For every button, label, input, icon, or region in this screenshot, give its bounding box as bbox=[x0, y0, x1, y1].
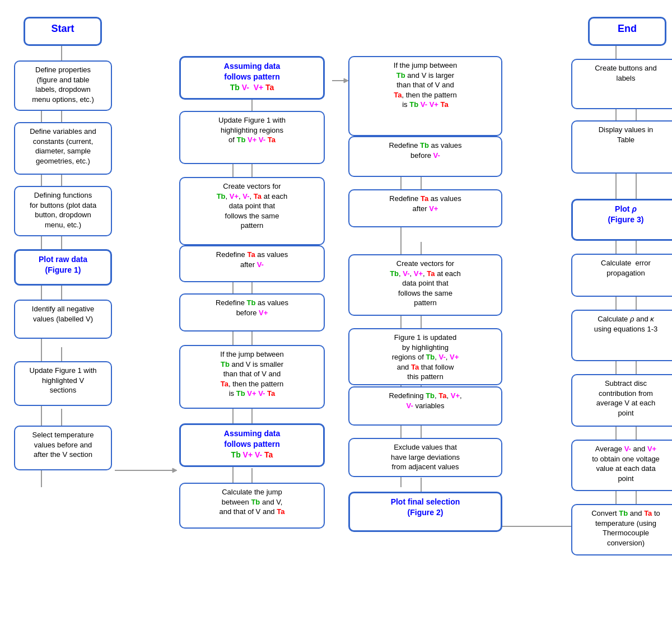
c3-b2-text: Redefine Tb as valuesbefore V- bbox=[389, 141, 461, 160]
end-label: End bbox=[618, 23, 637, 34]
c4-b5-box: Calculate ρ and κusing equations 1-3 bbox=[571, 310, 672, 361]
c2-b5-box: Redefine Tb as valuesbefore V+ bbox=[179, 293, 325, 331]
c2-b3-box: Create vectors forTb, V+, V-, Ta at each… bbox=[179, 177, 325, 245]
c4-b6-text: Subtract disccontribution fromaverage V … bbox=[596, 379, 656, 417]
c3-b4-box: Create vectors forTb, V-, V+, Ta at each… bbox=[348, 254, 502, 316]
c1-b1-box: Define properties(figure and tablelabels… bbox=[14, 60, 112, 111]
c4-plot-rho-box: Plot ρ(Figure 3) bbox=[571, 199, 672, 241]
c2-b4-box: Redefine Ta as valuesafter V- bbox=[179, 245, 325, 282]
c3-plot-final-box: Plot final selection(Figure 2) bbox=[348, 492, 502, 532]
c4-b1-text: Create buttons andlabels bbox=[595, 64, 657, 82]
c1-b6-box: Update Figure 1 withhighlighted Vsection… bbox=[14, 361, 112, 406]
c3-b6-text: Redefining Tb, Ta, V+,V- variables bbox=[389, 391, 461, 410]
c2-pattern2-box: Assuming datafollows pattern Tb V+ V- Ta bbox=[179, 423, 325, 467]
start-label: Start bbox=[51, 23, 74, 34]
c4-b1-box: Create buttons andlabels bbox=[571, 59, 672, 109]
c3-b3-box: Redefine Ta as valuesafter V+ bbox=[348, 189, 502, 227]
start-box: Start bbox=[24, 17, 102, 46]
svg-marker-8 bbox=[172, 468, 177, 473]
c4-b7-box: Average V- and V+to obtain one voltageva… bbox=[571, 440, 672, 491]
c4-b6-box: Subtract disccontribution fromaverage V … bbox=[571, 374, 672, 427]
c3-b3-text: Redefine Ta as valuesafter V+ bbox=[389, 194, 461, 213]
c2-pattern1-text: Assuming datafollows pattern Tb V- V+ Ta bbox=[224, 62, 280, 92]
c1-b3-box: Defining functionsfor buttons (plot data… bbox=[14, 186, 112, 236]
c2-b6-box: If the jump betweenTb and V is smallerth… bbox=[179, 345, 325, 409]
c4-b2-text: Display values inTable bbox=[599, 125, 654, 144]
c1-plot-raw-box: Plot raw data(Figure 1) bbox=[14, 249, 112, 286]
c3-b2-box: Redefine Tb as valuesbefore V- bbox=[348, 136, 502, 177]
flowchart: Start Define properties(figure and table… bbox=[0, 0, 672, 635]
c3-b7-text: Exclude values thathave large deviations… bbox=[391, 443, 460, 471]
c4-b4-text: Calculate errorpropagation bbox=[601, 259, 651, 277]
svg-marker-17 bbox=[344, 78, 348, 83]
c2-pattern1-box: Assuming datafollows pattern Tb V- V+ Ta bbox=[179, 56, 325, 100]
c4-b8-text: Convert Tb and Ta totemperature (usingTh… bbox=[591, 509, 660, 547]
c2-b3-text: Create vectors forTb, V+, V-, Ta at each… bbox=[217, 182, 288, 230]
c3-b5-box: Figure 1 is updatedby highlightingregion… bbox=[348, 328, 502, 385]
c1-b3-text: Defining functionsfor buttons (plot data… bbox=[30, 191, 96, 229]
c2-b8-text: Calculate the jumpbetween Tb and V,and t… bbox=[220, 488, 285, 516]
c3-b5-text: Figure 1 is updatedby highlightingregion… bbox=[392, 333, 459, 381]
c3-b7-box: Exclude values thathave large deviations… bbox=[348, 438, 502, 477]
c4-b4-box: Calculate errorpropagation bbox=[571, 254, 672, 297]
c2-b2-text: Update Figure 1 withhighlighting regions… bbox=[218, 116, 286, 144]
c3-b1-text: If the jump betweenTb and V is largertha… bbox=[394, 61, 457, 109]
c3-b6-box: Redefining Tb, Ta, V+,V- variables bbox=[348, 386, 502, 426]
c1-b5-text: Identify all negativevalues (labelled V) bbox=[32, 305, 94, 323]
c1-b1-text: Define properties(figure and tablelabels… bbox=[32, 66, 94, 104]
c1-plot-raw-text: Plot raw data(Figure 1) bbox=[39, 255, 87, 274]
c1-b7-box: Select temperaturevalues before andafter… bbox=[14, 426, 112, 470]
c1-b5-box: Identify all negativevalues (labelled V) bbox=[14, 300, 112, 339]
c4-b7-text: Average V- and V+to obtain one voltageva… bbox=[592, 445, 660, 483]
c3-b1-box: If the jump betweenTb and V is largertha… bbox=[348, 56, 502, 136]
c1-b7-text: Select temperaturevalues before andafter… bbox=[32, 431, 94, 459]
c4-b5-text: Calculate ρ and κusing equations 1-3 bbox=[594, 315, 657, 333]
c2-b6-text: If the jump betweenTb and V is smallerth… bbox=[220, 350, 283, 398]
c2-pattern2-text: Assuming datafollows pattern Tb V+ V- Ta bbox=[224, 429, 280, 459]
c2-b8-box: Calculate the jumpbetween Tb and V,and t… bbox=[179, 483, 325, 529]
c4-plot-rho-text: Plot ρ(Figure 3) bbox=[608, 204, 644, 224]
c2-b2-box: Update Figure 1 withhighlighting regions… bbox=[179, 111, 325, 164]
c1-b6-text: Update Figure 1 withhighlighted Vsection… bbox=[30, 366, 97, 394]
c2-b4-text: Redefine Ta as valuesafter V- bbox=[216, 250, 288, 269]
c4-b8-box: Convert Tb and Ta totemperature (usingTh… bbox=[571, 504, 672, 555]
c1-b2-text: Define variables andconstants (current,d… bbox=[30, 127, 96, 165]
c3-plot-final-text: Plot final selection(Figure 2) bbox=[391, 497, 460, 517]
c3-b4-text: Create vectors forTb, V-, V+, Ta at each… bbox=[390, 259, 461, 307]
c1-b2-box: Define variables andconstants (current,d… bbox=[14, 122, 112, 175]
end-box: End bbox=[588, 17, 666, 46]
c2-b5-text: Redefine Tb as valuesbefore V+ bbox=[216, 298, 288, 317]
c4-b2-box: Display values inTable bbox=[571, 120, 672, 174]
